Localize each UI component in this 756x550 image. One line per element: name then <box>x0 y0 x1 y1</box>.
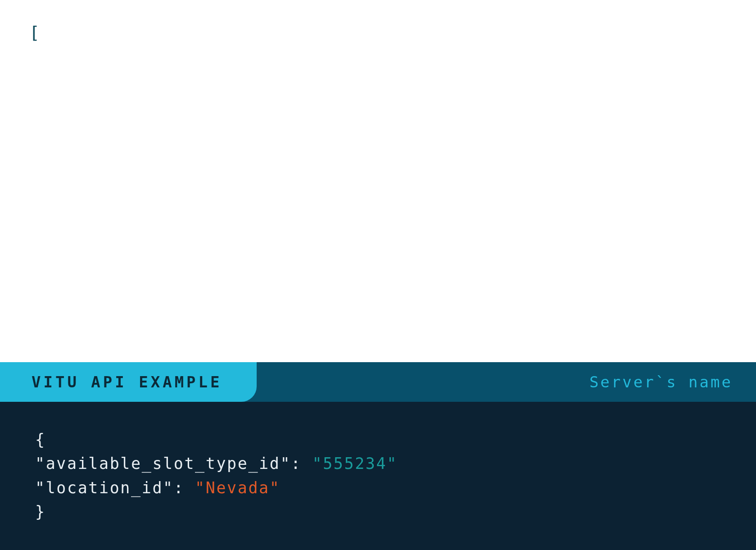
code-panel: VITU API EXAMPLE Server`s name { "availa… <box>0 362 756 550</box>
code-body: { "available_slot_type_id": "555234" "lo… <box>0 402 756 550</box>
code-line-1: "available_slot_type_id": "555234" <box>35 452 721 476</box>
code-line-close-brace: } <box>35 500 721 524</box>
server-name-label: Server`s name <box>589 362 756 402</box>
code-line-2: "location_id": "Nevada" <box>35 476 721 500</box>
top-area: [ <box>0 0 756 65</box>
code-val-1: "555234" <box>312 455 397 473</box>
code-val-2: "Nevada" <box>195 479 280 497</box>
panel-header: VITU API EXAMPLE Server`s name <box>0 362 756 402</box>
code-line-open-brace: { <box>35 428 721 452</box>
open-bracket-text: [ <box>29 23 40 42</box>
code-key-2: "location_id": <box>35 479 184 497</box>
tab-label: VITU API EXAMPLE <box>32 373 222 391</box>
code-key-1: "available_slot_type_id": <box>35 455 302 473</box>
example-tab[interactable]: VITU API EXAMPLE <box>0 362 257 402</box>
